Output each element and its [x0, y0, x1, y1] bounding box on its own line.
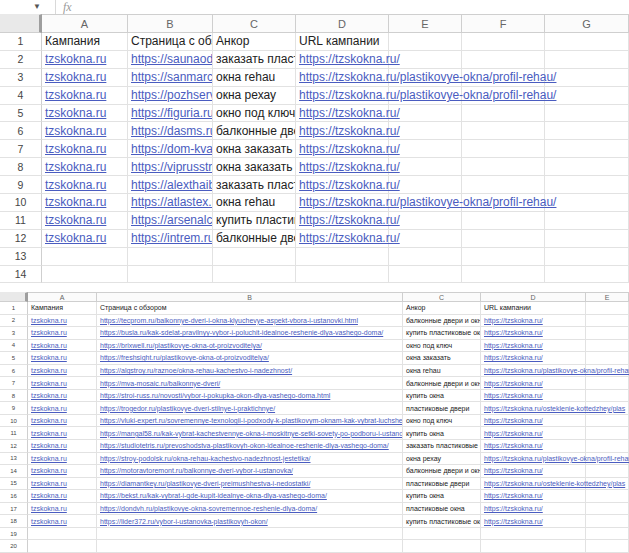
cell-A13[interactable]: tzskokna.ru: [28, 453, 97, 466]
cell-D6[interactable]: https://tzskokna.ru/: [296, 122, 389, 140]
cell-A20[interactable]: [28, 540, 97, 553]
cell-F5[interactable]: [462, 105, 545, 123]
cell-D17[interactable]: https://tzskokna.ru/: [481, 503, 586, 516]
row-header-8[interactable]: 8: [0, 158, 42, 176]
cell-A14[interactable]: [42, 266, 128, 284]
cell-D3[interactable]: https://tzskokna.ru/plastikovye-okna/pro…: [296, 69, 389, 87]
cell-B7[interactable]: https://mva-mosaic.ru/balkonnye-dveri/: [97, 377, 403, 390]
row-header-6[interactable]: 6: [0, 365, 28, 378]
cell-A3[interactable]: tzskokna.ru: [42, 69, 128, 87]
cell-B1[interactable]: Страница с обзором: [97, 302, 403, 315]
cell-B8[interactable]: https://viprusstro: [128, 158, 213, 176]
cell-E16[interactable]: [586, 490, 629, 503]
cell-C3[interactable]: купить пластиковые окна: [403, 327, 481, 340]
cell-E14[interactable]: [389, 266, 462, 284]
cell-A19[interactable]: [28, 528, 97, 541]
cell-D1[interactable]: URL кампании: [481, 302, 586, 315]
cell-G2[interactable]: [545, 51, 629, 69]
row-header-8[interactable]: 8: [0, 390, 28, 403]
row-header-17[interactable]: 17: [0, 503, 28, 516]
column-header-B[interactable]: B: [97, 292, 403, 302]
row-header-15[interactable]: 15: [0, 478, 28, 491]
cell-G5[interactable]: [545, 105, 629, 123]
cell-D13[interactable]: [296, 248, 389, 266]
row-header-3[interactable]: 3: [0, 327, 28, 340]
column-header-G[interactable]: G: [545, 14, 629, 33]
cell-F12[interactable]: [462, 230, 545, 248]
cell-D7[interactable]: https://tzskokna.ru/: [481, 377, 586, 390]
cell-D4[interactable]: https://tzskokna.ru/: [481, 340, 586, 353]
cell-G11[interactable]: [545, 212, 629, 230]
cell-B12[interactable]: https://studiotetris.ru/prevoshodstva-pl…: [97, 440, 403, 453]
column-header-A[interactable]: A: [28, 292, 97, 302]
column-header-A[interactable]: A: [42, 14, 128, 33]
cell-C19[interactable]: [403, 528, 481, 541]
cell-A10[interactable]: tzskokna.ru: [28, 415, 97, 428]
row-header-7[interactable]: 7: [0, 140, 42, 158]
cell-B18[interactable]: https://lider372.ru/vybor-i-ustanovka-pl…: [97, 515, 403, 528]
cell-F9[interactable]: [462, 176, 545, 194]
column-header-C[interactable]: C: [403, 292, 481, 302]
cell-A4[interactable]: tzskokna.ru: [42, 87, 128, 105]
row-header-4[interactable]: 4: [0, 87, 42, 105]
cell-F14[interactable]: [462, 266, 545, 284]
row-header-9[interactable]: 9: [0, 176, 42, 194]
cell-B12[interactable]: https://intrem.ru/: [128, 230, 213, 248]
cell-C12[interactable]: балконные двери и окна: [213, 230, 296, 248]
cell-D12[interactable]: https://tzskokna.ru/: [481, 440, 586, 453]
row-header-10[interactable]: 10: [0, 415, 28, 428]
cell-B11[interactable]: https://arsenalcli: [128, 212, 213, 230]
cell-C11[interactable]: купить окна: [403, 427, 481, 440]
cell-D14[interactable]: https://tzskokna.ru/: [481, 465, 586, 478]
column-header-B[interactable]: B: [128, 14, 213, 33]
cell-E10[interactable]: [586, 415, 629, 428]
cell-E2[interactable]: [586, 315, 629, 328]
row-header-5[interactable]: 5: [0, 352, 28, 365]
cell-D1[interactable]: URL кампании: [296, 33, 389, 51]
cell-G4[interactable]: [545, 87, 629, 105]
cell-G13[interactable]: [545, 248, 629, 266]
row-header-13[interactable]: 13: [0, 248, 42, 266]
cell-B10[interactable]: https://vluki-expert.ru/sovremennye-texn…: [97, 415, 403, 428]
cell-E1[interactable]: [586, 302, 629, 315]
select-all-corner[interactable]: [0, 14, 42, 33]
cell-F8[interactable]: [462, 158, 545, 176]
cell-A10[interactable]: tzskokna.ru: [42, 194, 128, 212]
cell-A2[interactable]: tzskokna.ru: [28, 315, 97, 328]
row-header-16[interactable]: 16: [0, 490, 28, 503]
cell-D11[interactable]: https://tzskokna.ru/: [296, 212, 389, 230]
cell-B8[interactable]: https://stroi-russ.ru/novosti/vybor-i-po…: [97, 390, 403, 403]
row-header-1[interactable]: 1: [0, 33, 42, 51]
cell-E5[interactable]: [586, 352, 629, 365]
cell-A3[interactable]: tzskokna.ru: [28, 327, 97, 340]
cell-A8[interactable]: tzskokna.ru: [28, 390, 97, 403]
cell-B20[interactable]: [97, 540, 403, 553]
cell-A2[interactable]: tzskokna.ru: [42, 51, 128, 69]
cell-A4[interactable]: tzskokna.ru: [28, 340, 97, 353]
cell-D2[interactable]: https://tzskokna.ru/: [481, 315, 586, 328]
cell-A8[interactable]: tzskokna.ru: [42, 158, 128, 176]
cell-B2[interactable]: https://tecprom.ru/balkonnye-dveri-i-okn…: [97, 315, 403, 328]
cell-A13[interactable]: [42, 248, 128, 266]
cell-C13[interactable]: [213, 248, 296, 266]
cell-B5[interactable]: https://freshsight.ru/plastikovye-okna-o…: [97, 352, 403, 365]
cell-B6[interactable]: https://dasms.ru/: [128, 122, 213, 140]
cell-A9[interactable]: tzskokna.ru: [28, 402, 97, 415]
cell-G8[interactable]: [545, 158, 629, 176]
cell-B15[interactable]: https://diamantkey.ru/plastikovye-dveri-…: [97, 478, 403, 491]
cell-D6[interactable]: https://tzskokna.ru/plastikovye-okna/pro…: [481, 365, 586, 378]
cell-E7[interactable]: [586, 377, 629, 390]
column-header-E[interactable]: E: [586, 292, 629, 302]
cell-B5[interactable]: https://figuria.ru/: [128, 105, 213, 123]
cell-A9[interactable]: tzskokna.ru: [42, 176, 128, 194]
cell-D19[interactable]: [481, 528, 586, 541]
cell-B1[interactable]: Страница с обзором: [128, 33, 213, 51]
row-header-11[interactable]: 11: [0, 212, 42, 230]
cell-B3[interactable]: https://busla.ru/kak-sdelat-pravilnyy-vy…: [97, 327, 403, 340]
cell-C13[interactable]: окна рехау: [403, 453, 481, 466]
cell-B2[interactable]: https://saunaodis: [128, 51, 213, 69]
cell-G6[interactable]: [545, 122, 629, 140]
cell-D10[interactable]: https://tzskokna.ru/: [481, 415, 586, 428]
row-header-2[interactable]: 2: [0, 315, 28, 328]
cell-B4[interactable]: https://pozhservi: [128, 87, 213, 105]
